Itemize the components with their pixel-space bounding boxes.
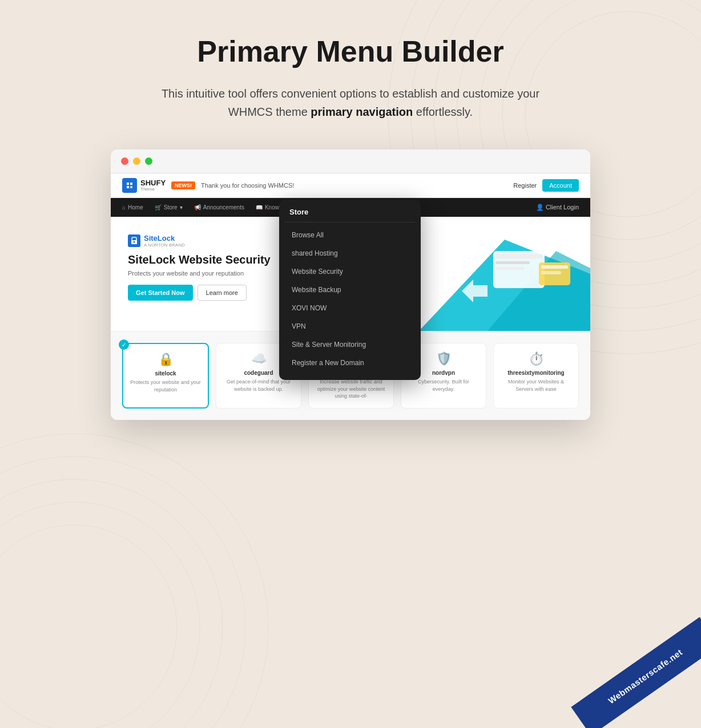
svg-rect-28 <box>541 271 561 274</box>
xovinow-feature-desc: Increase website traffic and optimize yo… <box>316 378 386 400</box>
dropdown-header: Store <box>285 208 415 223</box>
svg-point-9 <box>0 479 223 728</box>
sitelock-tag: A NORTON BRAND <box>144 242 185 248</box>
svg-rect-15 <box>130 186 132 188</box>
hero-title: SiteLock Website Security <box>128 253 276 266</box>
svg-point-11 <box>0 434 268 728</box>
header-actions: Register Account <box>513 179 579 192</box>
dot-yellow <box>133 157 140 165</box>
page-title: Primary Menu Builder <box>197 34 503 68</box>
sitelock-feature-name: sitelock <box>130 370 201 377</box>
svg-rect-14 <box>127 186 129 188</box>
dot-green <box>145 157 152 165</box>
user-icon: 👤 <box>536 204 544 211</box>
shufy-logo-icon <box>122 178 137 193</box>
360monitoring-feature-name: threesixtymonitoring <box>501 370 571 376</box>
store-icon: 🛒 <box>155 204 162 211</box>
page-subtitle: This intuitive tool offers convenient op… <box>139 84 562 121</box>
knowledgebase-icon: 📖 <box>256 204 263 211</box>
dot-red <box>121 157 128 165</box>
shufy-logo-text: SHUFY <box>140 179 166 187</box>
feature-card-sitelock[interactable]: 🔒 sitelock Protects your website and you… <box>122 343 209 409</box>
dropdown-item-site-server-monitoring[interactable]: Site & Server Monitoring <box>285 335 415 354</box>
subtitle-bold: primary navigation <box>311 106 413 118</box>
sitelock-feature-icon: 🔒 <box>130 352 201 367</box>
learn-more-button[interactable]: Learn more <box>198 285 247 301</box>
svg-point-8 <box>0 502 200 728</box>
browser-bar <box>111 149 590 173</box>
nav-home[interactable]: ⌂ Home <box>122 204 143 211</box>
sitelock-logo: SiteLock A NORTON BRAND <box>128 234 276 248</box>
watermark: Webmasterscafe.net <box>571 617 701 728</box>
nav-client-login[interactable]: 👤 Client Login <box>536 204 579 211</box>
dropdown-item-register-domain[interactable]: Register a New Domain <box>285 354 415 372</box>
nav-announcements[interactable]: 📢 Announcements <box>194 204 244 211</box>
feature-card-360monitoring[interactable]: ⏱️ threesixtymonitoring Monitor your Web… <box>493 343 579 409</box>
account-button[interactable]: Account <box>542 179 579 192</box>
hero-description: Protects your website and your reputatio… <box>128 270 276 277</box>
chevron-down-icon: ▾ <box>180 204 183 211</box>
svg-point-10 <box>0 456 245 728</box>
home-icon: ⌂ <box>122 204 126 211</box>
svg-rect-27 <box>541 265 568 269</box>
get-started-button[interactable]: Get Started Now <box>128 285 193 301</box>
svg-rect-22 <box>495 254 542 258</box>
codeguard-feature-desc: Get peace-of-mind that your website is b… <box>223 378 294 393</box>
store-dropdown: Store Browse All shared Hosting Website … <box>279 200 421 380</box>
dropdown-item-shared-hosting[interactable]: shared Hosting <box>285 244 415 262</box>
sitelock-brand: SiteLock <box>144 234 185 242</box>
nav-store[interactable]: 🛒 Store ▾ <box>155 204 183 211</box>
svg-rect-23 <box>495 261 530 264</box>
shufy-logo: SHUFY Theme <box>122 178 166 193</box>
announcements-icon: 📢 <box>194 204 201 211</box>
news-badge: NEWS! <box>171 181 195 189</box>
dropdown-item-vpn[interactable]: VPN <box>285 317 415 335</box>
360monitoring-feature-icon: ⏱️ <box>501 351 571 366</box>
notice-text: Thank you for choosing WHMCS! <box>201 182 507 189</box>
svg-rect-13 <box>130 183 132 185</box>
notice-bar: SHUFY Theme NEWS! Thank you for choosing… <box>111 173 590 198</box>
svg-rect-12 <box>127 183 129 185</box>
nordvpn-feature-desc: Cybersecurity. Built for everyday. <box>408 378 479 393</box>
360monitoring-feature-desc: Monitor your Websites & Servers with eas… <box>501 378 571 393</box>
subtitle-text-2: effortlessly. <box>413 106 473 118</box>
hero-content: SiteLock A NORTON BRAND SiteLock Website… <box>128 234 276 301</box>
shufy-logo-subtext: Theme <box>140 187 166 192</box>
svg-point-18 <box>134 241 135 243</box>
dropdown-item-browse-all[interactable]: Browse All <box>285 226 415 244</box>
dropdown-item-website-security[interactable]: Website Security <box>285 262 415 281</box>
register-button[interactable]: Register <box>513 182 537 189</box>
hero-buttons: Get Started Now Learn more <box>128 285 276 301</box>
sitelock-feature-desc: Protects your website and your reputatio… <box>130 379 201 393</box>
dropdown-item-website-backup[interactable]: Website Backup <box>285 281 415 299</box>
browser-mockup: SHUFY Theme NEWS! Thank you for choosing… <box>111 149 590 420</box>
svg-rect-24 <box>495 267 524 270</box>
svg-point-7 <box>0 525 177 728</box>
sitelock-icon <box>128 234 140 247</box>
dropdown-item-xovi-now[interactable]: XOVI NOW <box>285 299 415 317</box>
